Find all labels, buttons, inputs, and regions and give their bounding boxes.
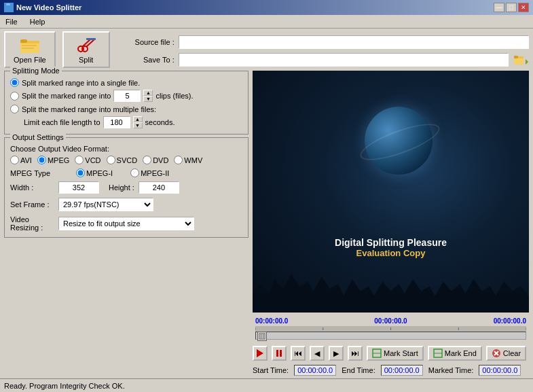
browse-button[interactable] <box>513 52 529 68</box>
wmv-label: WMV <box>184 156 202 164</box>
clear-label: Clear <box>503 349 521 357</box>
limit-value-input[interactable] <box>103 116 130 128</box>
clips-spinner: ▲ ▼ <box>143 90 153 102</box>
window-title: New Video Splitter <box>16 3 81 12</box>
maximize-button[interactable]: □ <box>506 3 517 12</box>
dvd-option: DVD <box>143 156 168 164</box>
mpeg2-label: MPEG-II <box>141 169 169 177</box>
open-file-button[interactable]: Open File <box>4 31 56 68</box>
play-button[interactable] <box>253 346 268 361</box>
mpeg-type-row: MPEG Type MPEG-I MPEG-II <box>10 168 242 177</box>
step-forward-button[interactable]: ▶ <box>329 346 344 361</box>
dimensions-row: Width : Height : <box>10 181 242 194</box>
clips-suffix: clips (files). <box>155 92 193 100</box>
timeline-position-marker[interactable] <box>257 332 267 341</box>
close-button[interactable]: ✕ <box>518 3 529 12</box>
rewind-button[interactable]: ⏮ <box>291 346 306 361</box>
video-resize-select[interactable]: Resize to fit output size No resize Crop… <box>58 217 194 230</box>
avi-label: AVI <box>20 156 32 164</box>
split-button[interactable]: Split <box>62 31 110 68</box>
start-time-value: 00:00:00.0 <box>294 365 336 376</box>
svcd-radio[interactable] <box>107 156 115 164</box>
svg-marker-15 <box>526 59 528 65</box>
step-back-button[interactable]: ◀ <box>310 346 325 361</box>
clear-button[interactable]: Clear <box>486 346 526 361</box>
timeline-ticks[interactable] <box>255 326 526 332</box>
mpeg-label: MPEG <box>48 156 69 164</box>
frame-rate-row: Set Frame : 29.97 fps(NTSC) 25 fps(PAL) … <box>10 198 242 211</box>
video-resize-row: Video Resizing : Resize to fit output si… <box>10 215 242 232</box>
scissors-icon <box>75 35 97 54</box>
limit-spinner: ▲ ▼ <box>133 116 143 128</box>
svg-line-9 <box>82 39 90 47</box>
output-settings-title: Output Settings <box>10 133 66 141</box>
clips-up-btn[interactable]: ▲ <box>143 90 153 96</box>
mpeg-radio[interactable] <box>37 156 46 164</box>
vcd-radio[interactable] <box>75 156 84 164</box>
timeline-bar[interactable] <box>255 332 526 340</box>
rewind-icon: ⏮ <box>294 349 302 358</box>
svg-rect-11 <box>86 38 96 40</box>
format-label: Choose Output Video Format: <box>10 145 109 153</box>
width-label: Width : <box>10 183 54 192</box>
timeline-time-start: 00:00:00.0 <box>255 317 288 325</box>
fast-forward-icon: ⏭ <box>351 349 359 358</box>
timeline-times: 00:00:00.0 00:00:00.0 00:00:00.0 <box>255 317 526 325</box>
fast-forward-button[interactable]: ⏭ <box>348 346 363 361</box>
limit-down-btn[interactable]: ▼ <box>133 122 143 128</box>
statusbar-text: Ready. Program Integrity Check OK. <box>4 382 125 390</box>
height-input[interactable] <box>139 181 179 194</box>
mark-start-label: Mark Start <box>384 349 418 357</box>
open-file-label: Open File <box>14 56 46 64</box>
menu-file[interactable]: File <box>3 17 20 26</box>
split-multiple-radio[interactable] <box>10 105 19 113</box>
mpeg1-radio[interactable] <box>76 168 85 177</box>
file-fields: Source file : Save To : <box>130 35 529 68</box>
timeline-time-mid: 00:00:00.0 <box>374 317 407 325</box>
timeline-time-end: 00:00:00.0 <box>494 317 526 325</box>
split-single-label: Split marked range into a single file. <box>22 79 140 87</box>
limit-suffix: seconds. <box>145 118 175 126</box>
step-back-icon: ◀ <box>314 349 320 358</box>
mark-end-icon <box>433 349 443 358</box>
dvd-radio[interactable] <box>143 156 151 164</box>
svg-rect-23 <box>263 334 263 338</box>
save-to-input[interactable] <box>179 53 509 67</box>
mpeg-type-label: MPEG Type <box>10 169 54 177</box>
controls-row: ⏮ ◀ ▶ ⏭ Mark Start <box>253 344 529 362</box>
svg-line-10 <box>86 39 94 47</box>
save-to-row: Save To : <box>130 52 529 68</box>
mark-end-button[interactable]: Mark End <box>428 346 482 361</box>
folder-icon <box>19 35 41 54</box>
mpeg2-radio[interactable] <box>130 168 139 177</box>
menu-help[interactable]: Help <box>27 17 48 26</box>
start-time-label: Start Time: <box>253 366 289 374</box>
avi-radio[interactable] <box>10 156 19 164</box>
mark-start-button[interactable]: Mark Start <box>367 346 424 361</box>
right-panel: Digital Splitting Pleasure Evaluation Co… <box>253 71 529 376</box>
limit-up-btn[interactable]: ▲ <box>133 116 143 122</box>
limit-row: Limit each file length to ▲ ▼ seconds. <box>24 116 242 128</box>
clips-count-input[interactable] <box>113 90 141 102</box>
main-content: Open File Split Source file : Save To : <box>0 29 533 378</box>
left-panel: Splitting Mode Split marked range into a… <box>4 71 249 376</box>
save-to-label: Save To : <box>130 56 174 64</box>
svg-rect-14 <box>514 56 518 58</box>
svg-rect-21 <box>259 334 265 339</box>
split-multiple-label: Split the marked range into multiple fil… <box>22 105 156 113</box>
width-input[interactable] <box>58 181 99 194</box>
svcd-option: SVCD <box>107 156 138 164</box>
minimize-button[interactable]: — <box>494 3 504 12</box>
clips-down-btn[interactable]: ▼ <box>143 96 153 102</box>
pause-button[interactable] <box>272 346 287 361</box>
wmv-radio[interactable] <box>174 156 183 164</box>
title-bar-buttons: — □ ✕ <box>494 3 529 12</box>
split-single-radio[interactable] <box>10 78 19 87</box>
vcd-option: VCD <box>75 156 100 164</box>
mark-start-icon <box>372 349 382 358</box>
marked-time-value: 00:00:00.0 <box>479 365 521 376</box>
trees-silhouette <box>253 265 529 313</box>
split-clips-radio[interactable] <box>10 92 19 101</box>
source-file-input[interactable] <box>179 35 529 49</box>
frame-rate-select[interactable]: 29.97 fps(NTSC) 25 fps(PAL) 23.976 fps <box>58 198 153 211</box>
